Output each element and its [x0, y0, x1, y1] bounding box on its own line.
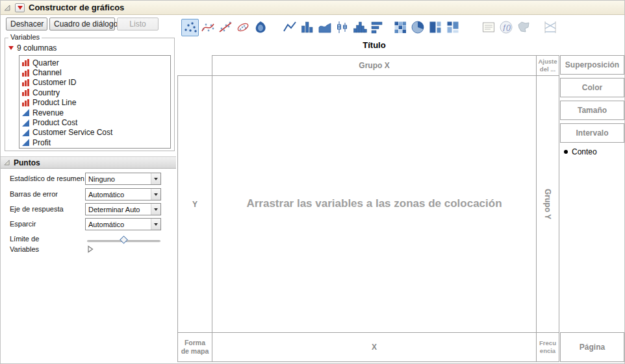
zone-group-y[interactable]: Grupo Y	[536, 75, 559, 333]
line-chart-icon	[283, 20, 297, 34]
variable-row-channel[interactable]: Channel	[19, 67, 170, 77]
chart-type-ellipse-button[interactable]	[234, 19, 251, 36]
column-type-continuous-icon	[22, 129, 29, 136]
dropdown-arrow-icon	[151, 173, 160, 184]
bar-chart-icon	[300, 20, 314, 34]
summary-statistic-select[interactable]: Ninguno	[85, 173, 161, 185]
done-button[interactable]: Listo	[117, 18, 159, 30]
variables-listbox[interactable]: Quarter Channel Customer ID Country Prod…	[19, 55, 171, 149]
smoother-icon	[201, 20, 215, 34]
column-type-nominal-icon	[22, 99, 29, 106]
zone-map-shape[interactable]: Forma de mapa	[177, 332, 212, 362]
variable-name: Revenue	[32, 108, 64, 117]
chart-type-formula-button[interactable]: ƒ()	[497, 19, 515, 36]
chart-type-smoother-button[interactable]	[199, 19, 216, 36]
zone-y[interactable]: Y	[177, 75, 212, 333]
window-title: Constructor de gráficos	[29, 3, 124, 12]
dropdown-arrow-icon	[151, 189, 160, 200]
variable-row-profit[interactable]: Profit	[19, 138, 170, 147]
variable-row-customer-service-cost[interactable]: Customer Service Cost	[19, 128, 170, 138]
variable-row-customer-id[interactable]: Customer ID	[19, 78, 170, 88]
zone-fit-label: Ajuste del ...	[538, 58, 557, 73]
chart-type-histogram-button[interactable]	[351, 19, 368, 36]
variable-name: Customer Service Cost	[32, 128, 112, 137]
count-label: Conteo	[572, 147, 597, 156]
chart-type-line-button[interactable]	[281, 19, 298, 36]
chart-type-bar-button[interactable]	[298, 19, 316, 36]
zone-interval[interactable]: Intervalo	[560, 123, 624, 143]
variable-row-country[interactable]: Country	[19, 88, 170, 97]
variable-row-revenue[interactable]: Revenue	[19, 108, 170, 117]
chart-type-pie-button[interactable]	[409, 19, 426, 36]
chart-type-map-shapes-button[interactable]	[515, 19, 532, 36]
red-triangle-icon	[18, 6, 23, 10]
response-axis-value: Determinar Auto	[86, 206, 151, 213]
pie-icon	[411, 20, 425, 34]
variable-row-quarter[interactable]: Quarter	[19, 58, 170, 67]
chart-type-heatmap-button[interactable]	[391, 19, 409, 36]
chart-type-points-button[interactable]	[181, 19, 199, 36]
variable-name: Country	[32, 88, 60, 97]
zone-size[interactable]: Tamaño	[560, 101, 624, 120]
zone-color-label: Color	[582, 83, 602, 92]
zone-page-label: Página	[580, 343, 605, 352]
error-bars-select[interactable]: Automático	[85, 188, 161, 200]
chart-type-box-plot-button[interactable]	[333, 19, 351, 36]
heatmap-icon	[393, 20, 407, 34]
chart-type-line-of-fit-button[interactable]	[216, 19, 234, 36]
zone-x[interactable]: X	[212, 332, 537, 362]
points-icon	[183, 20, 198, 34]
window-disclosure-icon[interactable]	[3, 4, 11, 12]
bullet-icon	[564, 150, 568, 154]
chart-type-treemap-button[interactable]	[426, 19, 444, 36]
dialog-button[interactable]: Cuadro de diálogo	[49, 18, 115, 30]
variable-name: Channel	[32, 68, 62, 77]
graph-title[interactable]: Título	[212, 40, 537, 50]
chart-type-parallel-plot-button[interactable]	[541, 19, 559, 36]
columns-menu-red-triangle-icon[interactable]	[8, 46, 14, 50]
zone-fit[interactable]: Ajuste del ...	[536, 55, 559, 76]
svg-text:ƒ(): ƒ()	[502, 23, 511, 31]
ellipse-icon	[236, 20, 250, 34]
summary-statistic-value: Ninguno	[86, 175, 151, 183]
red-triangle-menu-button[interactable]	[15, 3, 25, 12]
points-disclosure-icon[interactable]	[3, 159, 10, 166]
zone-overlay[interactable]: Superposición	[560, 55, 624, 75]
variable-row-product-cost[interactable]: Product Cost	[19, 117, 170, 127]
jitter-select[interactable]: Automático	[85, 218, 161, 230]
dropdown-arrow-icon	[151, 204, 160, 215]
dropdown-arrow-icon	[151, 219, 160, 230]
titlebar: Constructor de gráficos	[1, 1, 625, 15]
points-panel-header[interactable]: Puntos	[1, 156, 176, 169]
chart-type-contour-button[interactable]	[251, 19, 269, 36]
chart-type-horizontal-bar-button[interactable]	[368, 19, 386, 36]
zone-group-x-label: Grupo X	[359, 61, 389, 70]
count-legend[interactable]: Conteo	[564, 147, 597, 156]
column-type-continuous-icon	[22, 119, 29, 127]
zone-size-label: Tamaño	[578, 106, 607, 115]
response-axis-select[interactable]: Determinar Auto	[85, 203, 161, 215]
undo-button[interactable]: Deshacer	[6, 18, 47, 30]
variable-name: Product Line	[32, 98, 76, 107]
variables-expand-icon[interactable]	[87, 245, 94, 253]
column-type-continuous-icon	[22, 139, 29, 146]
zone-frequency[interactable]: Frecuencia	[536, 332, 559, 362]
graph-builder-window: Constructor de gráficos Deshacer Cuadro …	[0, 0, 625, 364]
line-of-fit-icon	[218, 20, 233, 34]
variables-section-label: Variables	[10, 245, 39, 253]
zone-group-x[interactable]: Grupo X	[212, 55, 537, 76]
mosaic-icon	[446, 20, 460, 34]
chart-type-mosaic-button[interactable]	[444, 19, 461, 36]
zone-interval-label: Intervalo	[576, 128, 608, 138]
chart-type-area-button[interactable]	[316, 19, 333, 36]
jitter-value: Automático	[86, 221, 151, 228]
summary-statistic-label: Estadístico de resumen	[10, 175, 84, 182]
variable-name: Customer ID	[32, 78, 76, 87]
chart-type-caption-box-button[interactable]	[479, 19, 497, 36]
jitter-limit-slider-thumb[interactable]	[120, 236, 128, 244]
zone-color[interactable]: Color	[560, 78, 624, 97]
variable-row-product-line[interactable]: Product Line	[19, 98, 170, 108]
drop-canvas[interactable]: Arrastrar las variables a las zonas de c…	[212, 75, 537, 333]
column-type-nominal-icon	[22, 59, 29, 66]
zone-page[interactable]: Página	[560, 332, 624, 362]
